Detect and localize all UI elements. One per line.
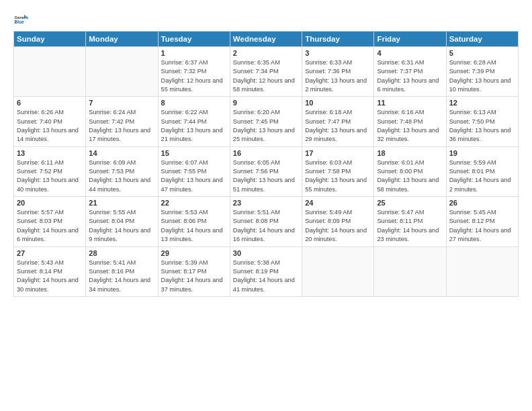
header: General Blue [13,12,519,27]
calendar-cell [86,47,158,97]
calendar-cell: 16Sunrise: 6:05 AMSunset: 7:56 PMDayligh… [230,146,302,196]
day-number: 18 [377,149,443,157]
day-info: Sunrise: 6:03 AMSunset: 7:58 PMDaylight:… [305,158,371,194]
calendar-cell: 10Sunrise: 6:18 AMSunset: 7:47 PMDayligh… [302,97,374,146]
calendar-week-row: 1Sunrise: 6:37 AMSunset: 7:32 PMDaylight… [14,47,519,97]
day-number: 24 [305,199,371,207]
day-number: 8 [161,99,227,107]
day-info: Sunrise: 6:24 AMSunset: 7:42 PMDaylight:… [89,108,154,144]
calendar-cell: 6Sunrise: 6:26 AMSunset: 7:40 PMDaylight… [14,97,86,146]
day-info: Sunrise: 5:47 AMSunset: 8:11 PMDaylight:… [377,208,443,244]
calendar-week-row: 13Sunrise: 6:11 AMSunset: 7:52 PMDayligh… [14,146,519,196]
day-info: Sunrise: 6:05 AMSunset: 7:56 PMDaylight:… [233,158,299,194]
weekday-header: Sunday [14,32,86,47]
calendar-cell: 12Sunrise: 6:13 AMSunset: 7:50 PMDayligh… [446,97,518,146]
day-number: 28 [89,249,154,257]
day-number: 23 [233,199,299,207]
day-info: Sunrise: 5:57 AMSunset: 8:03 PMDaylight:… [17,208,83,244]
day-info: Sunrise: 5:53 AMSunset: 8:06 PMDaylight:… [161,208,227,244]
day-info: Sunrise: 6:26 AMSunset: 7:40 PMDaylight:… [17,108,83,144]
weekday-header: Saturday [446,32,518,47]
calendar-cell: 13Sunrise: 6:11 AMSunset: 7:52 PMDayligh… [14,146,86,196]
weekday-header: Tuesday [158,32,230,47]
day-info: Sunrise: 5:39 AMSunset: 8:17 PMDaylight:… [161,259,227,294]
day-info: Sunrise: 6:22 AMSunset: 7:44 PMDaylight:… [161,108,227,144]
weekday-header-row: SundayMondayTuesdayWednesdayThursdayFrid… [14,32,519,47]
day-number: 21 [89,199,154,207]
weekday-header: Wednesday [230,32,302,47]
calendar-cell: 30Sunrise: 5:38 AMSunset: 8:19 PMDayligh… [230,246,302,296]
day-number: 10 [305,99,371,107]
calendar-cell: 21Sunrise: 5:55 AMSunset: 8:04 PMDayligh… [86,197,158,246]
logo: General Blue [13,12,31,27]
day-info: Sunrise: 5:38 AMSunset: 8:19 PMDaylight:… [233,259,299,294]
calendar-cell: 5Sunrise: 6:28 AMSunset: 7:39 PMDaylight… [446,47,518,97]
calendar-cell: 20Sunrise: 5:57 AMSunset: 8:03 PMDayligh… [14,197,86,246]
day-number: 15 [161,149,227,157]
day-info: Sunrise: 5:51 AMSunset: 8:08 PMDaylight:… [233,208,299,244]
day-info: Sunrise: 6:13 AMSunset: 7:50 PMDaylight:… [449,108,515,144]
calendar-week-row: 6Sunrise: 6:26 AMSunset: 7:40 PMDaylight… [14,97,519,146]
day-number: 12 [449,99,515,107]
day-number: 25 [377,199,443,207]
day-number: 20 [17,199,83,207]
calendar-cell: 7Sunrise: 6:24 AMSunset: 7:42 PMDaylight… [86,97,158,146]
day-info: Sunrise: 6:31 AMSunset: 7:37 PMDaylight:… [377,58,443,94]
day-info: Sunrise: 6:37 AMSunset: 7:32 PMDaylight:… [161,58,227,94]
day-number: 14 [89,149,154,157]
day-number: 7 [89,99,154,107]
calendar-cell: 25Sunrise: 5:47 AMSunset: 8:11 PMDayligh… [374,197,446,246]
calendar-cell [302,246,374,296]
calendar-week-row: 27Sunrise: 5:43 AMSunset: 8:14 PMDayligh… [14,246,519,296]
svg-text:Blue: Blue [14,19,24,24]
calendar-cell [14,47,86,97]
weekday-header: Friday [374,32,446,47]
calendar: SundayMondayTuesdayWednesdayThursdayFrid… [13,31,519,297]
calendar-cell: 26Sunrise: 5:45 AMSunset: 8:12 PMDayligh… [446,197,518,246]
calendar-cell [374,246,446,296]
calendar-cell [446,246,518,296]
calendar-cell: 1Sunrise: 6:37 AMSunset: 7:32 PMDaylight… [158,47,230,97]
day-info: Sunrise: 6:11 AMSunset: 7:52 PMDaylight:… [17,158,83,194]
day-number: 16 [233,149,299,157]
calendar-cell: 18Sunrise: 6:01 AMSunset: 8:00 PMDayligh… [374,146,446,196]
day-info: Sunrise: 6:35 AMSunset: 7:34 PMDaylight:… [233,58,299,94]
page: General Blue SundayMondayTuesdayWednesda… [0,0,532,411]
calendar-cell: 2Sunrise: 6:35 AMSunset: 7:34 PMDaylight… [230,47,302,97]
calendar-cell: 28Sunrise: 5:41 AMSunset: 8:16 PMDayligh… [86,246,158,296]
day-number: 30 [233,249,299,257]
logo-icon: General Blue [13,12,28,27]
calendar-cell: 24Sunrise: 5:49 AMSunset: 8:09 PMDayligh… [302,197,374,246]
day-info: Sunrise: 5:45 AMSunset: 8:12 PMDaylight:… [449,208,515,244]
day-info: Sunrise: 5:55 AMSunset: 8:04 PMDaylight:… [89,208,154,244]
day-info: Sunrise: 6:07 AMSunset: 7:55 PMDaylight:… [161,158,227,194]
calendar-cell: 22Sunrise: 5:53 AMSunset: 8:06 PMDayligh… [158,197,230,246]
calendar-cell: 4Sunrise: 6:31 AMSunset: 7:37 PMDaylight… [374,47,446,97]
day-info: Sunrise: 5:49 AMSunset: 8:09 PMDaylight:… [305,208,371,244]
day-number: 4 [377,49,443,57]
day-number: 19 [449,149,515,157]
day-info: Sunrise: 5:41 AMSunset: 8:16 PMDaylight:… [89,259,154,294]
calendar-week-row: 20Sunrise: 5:57 AMSunset: 8:03 PMDayligh… [14,197,519,246]
calendar-cell: 3Sunrise: 6:33 AMSunset: 7:36 PMDaylight… [302,47,374,97]
day-info: Sunrise: 5:59 AMSunset: 8:01 PMDaylight:… [449,158,515,194]
day-info: Sunrise: 6:18 AMSunset: 7:47 PMDaylight:… [305,108,371,144]
calendar-cell: 9Sunrise: 6:20 AMSunset: 7:45 PMDaylight… [230,97,302,146]
day-number: 27 [17,249,83,257]
day-number: 26 [449,199,515,207]
day-info: Sunrise: 6:20 AMSunset: 7:45 PMDaylight:… [233,108,299,144]
day-info: Sunrise: 6:09 AMSunset: 7:53 PMDaylight:… [89,158,154,194]
weekday-header: Monday [86,32,158,47]
day-number: 9 [233,99,299,107]
calendar-cell: 23Sunrise: 5:51 AMSunset: 8:08 PMDayligh… [230,197,302,246]
day-info: Sunrise: 6:01 AMSunset: 8:00 PMDaylight:… [377,158,443,194]
day-info: Sunrise: 6:16 AMSunset: 7:48 PMDaylight:… [377,108,443,144]
day-number: 29 [161,249,227,257]
day-info: Sunrise: 6:28 AMSunset: 7:39 PMDaylight:… [449,58,515,94]
day-number: 1 [161,49,227,57]
day-info: Sunrise: 5:43 AMSunset: 8:14 PMDaylight:… [17,259,83,294]
day-number: 17 [305,149,371,157]
calendar-cell: 27Sunrise: 5:43 AMSunset: 8:14 PMDayligh… [14,246,86,296]
weekday-header: Thursday [302,32,374,47]
day-number: 13 [17,149,83,157]
